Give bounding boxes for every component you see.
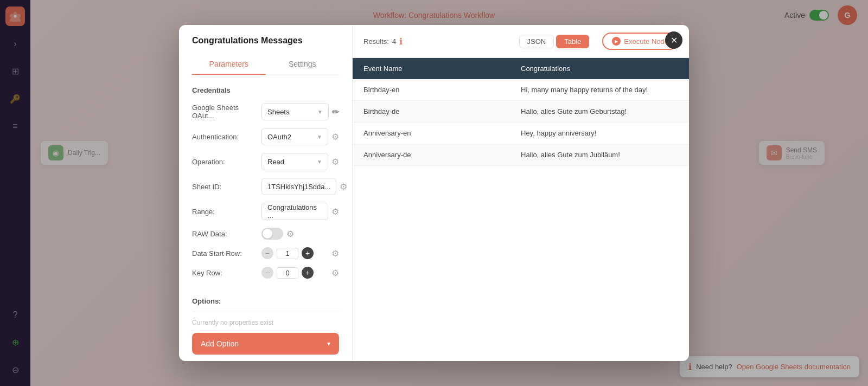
google-sheets-value: Sheets [267, 108, 289, 116]
table-body: Birthday-en Hi, many many happy returns … [353, 79, 689, 166]
data-start-row-control: − + ⚙ [261, 247, 339, 259]
data-start-row-cog-icon[interactable]: ⚙ [331, 248, 339, 259]
panel-title: Congratulations Messages [192, 36, 339, 46]
data-table: Event Name Congratulations Birthday-en H… [353, 58, 689, 361]
json-view-button[interactable]: JSON [519, 35, 554, 48]
raw-data-cog-icon[interactable]: ⚙ [286, 229, 294, 239]
range-cog-icon[interactable]: ⚙ [331, 207, 339, 217]
results-count: 4 [392, 37, 396, 46]
panel-body: Credentials Google Sheets OAut... Sheets… [179, 75, 352, 297]
options-section: Options: Currently no properties exist A… [179, 297, 352, 361]
raw-data-control: ⚙ [261, 228, 339, 240]
authentication-value: OAuth2 [267, 133, 291, 141]
operation-cog-icon[interactable]: ⚙ [331, 157, 339, 167]
cell-congratulations: Hi, many many happy returns of the day! [521, 86, 678, 94]
key-row-cog-icon[interactable]: ⚙ [331, 268, 339, 278]
google-sheets-control: Sheets ▼ ✏ [261, 103, 339, 120]
tab-parameters[interactable]: Parameters [192, 54, 266, 75]
raw-data-row: RAW Data: ⚙ [192, 228, 339, 240]
cell-event-name: Anniversary-en [363, 129, 521, 137]
cell-congratulations: Hallo, alles Gute zum Geburtstag! [521, 107, 678, 115]
left-panel: Congratulations Messages Parameters Sett… [179, 25, 353, 361]
sheet-id-value: 1TSHklsYhj1Sdda... [267, 183, 330, 191]
cell-event-name: Birthday-en [363, 86, 521, 94]
options-placeholder: Currently no properties exist [192, 319, 339, 326]
table-row: Birthday-de Hallo, alles Gute zum Geburt… [353, 101, 689, 123]
modal-close-button[interactable]: ✕ [665, 31, 682, 49]
sheet-id-control: 1TSHklsYhj1Sdda... ⚙ [261, 178, 347, 195]
add-option-button[interactable]: Add Option ▾ [192, 333, 339, 355]
cell-congratulations: Hey, happy anniversary! [521, 129, 678, 137]
modal: ✕ Congratulations Messages Parameters Se… [179, 25, 689, 361]
key-row-stepper: − + [261, 267, 328, 279]
operation-control: Read ▼ ⚙ [261, 153, 339, 170]
right-panel: Results: 4 ℹ JSON Table ▶ Execute Node E… [353, 25, 689, 361]
sheet-id-cog-icon[interactable]: ⚙ [340, 182, 347, 192]
column-event-name: Event Name [363, 65, 521, 73]
options-title: Options: [192, 297, 339, 305]
raw-data-label: RAW Data: [192, 230, 257, 238]
tabs: Parameters Settings [192, 54, 339, 75]
operation-row: Operation: Read ▼ ⚙ [192, 153, 339, 170]
key-row-input[interactable] [277, 267, 298, 279]
table-row: Anniversary-en Hey, happy anniversary! [353, 123, 689, 144]
authentication-select[interactable]: OAuth2 ▼ [261, 128, 328, 145]
authentication-label: Authentication: [192, 133, 257, 141]
key-row-increment[interactable]: + [302, 267, 314, 279]
range-row: Range: Congratulations ... ⚙ [192, 203, 339, 220]
results-text: Results: 4 ℹ [363, 36, 403, 47]
cell-congratulations: Hallo, alles Gute zum Jubiläum! [521, 151, 678, 159]
operation-label: Operation: [192, 158, 257, 166]
google-sheets-row: Google Sheets OAut... Sheets ▼ ✏ [192, 103, 339, 120]
execute-label: Execute Node [624, 37, 668, 46]
data-start-row-row: Data Start Row: − + ⚙ [192, 247, 339, 259]
key-row-control: − + ⚙ [261, 267, 339, 279]
add-option-label: Add Option [201, 339, 239, 348]
results-label: Results: [363, 37, 389, 46]
sheet-id-label: Sheet ID: [192, 183, 257, 191]
key-row-label: Key Row: [192, 269, 257, 277]
sheet-id-input[interactable]: 1TSHklsYhj1Sdda... [261, 178, 336, 195]
range-value: Congratulations ... [267, 203, 322, 220]
results-info-icon: ℹ [399, 36, 403, 47]
table-row: Anniversary-de Hallo, alles Gute zum Jub… [353, 144, 689, 166]
authentication-row: Authentication: OAuth2 ▼ ⚙ [192, 128, 339, 145]
table-header: Event Name Congratulations [353, 58, 689, 79]
table-row: Birthday-en Hi, many many happy returns … [353, 79, 689, 101]
raw-data-toggle[interactable] [261, 228, 283, 240]
operation-value: Read [267, 158, 284, 166]
range-input[interactable]: Congratulations ... [261, 203, 328, 220]
range-label: Range: [192, 208, 257, 216]
modal-overlay: ✕ Congratulations Messages Parameters Se… [0, 0, 868, 386]
data-start-row-increment[interactable]: + [302, 247, 314, 259]
execute-play-icon: ▶ [612, 37, 621, 46]
range-control: Congratulations ... ⚙ [261, 203, 339, 220]
credentials-section-title: Credentials [192, 86, 339, 94]
data-start-row-label: Data Start Row: [192, 249, 257, 258]
google-sheets-select[interactable]: Sheets ▼ [261, 103, 329, 120]
view-toggle: JSON Table [519, 35, 590, 48]
key-row-row: Key Row: − + ⚙ [192, 267, 339, 279]
tab-settings[interactable]: Settings [266, 54, 340, 75]
panel-header: Congratulations Messages Parameters Sett… [179, 25, 352, 75]
results-bar: Results: 4 ℹ JSON Table ▶ Execute Node [353, 25, 689, 58]
cell-event-name: Anniversary-de [363, 151, 521, 159]
column-congratulations: Congratulations [521, 65, 678, 73]
authentication-control: OAuth2 ▼ ⚙ [261, 128, 339, 145]
table-view-button[interactable]: Table [556, 35, 589, 48]
data-start-row-input[interactable] [277, 248, 298, 259]
data-start-row-decrement[interactable]: − [261, 247, 273, 259]
data-start-row-stepper: − + [261, 247, 328, 259]
key-row-decrement[interactable]: − [261, 267, 273, 279]
google-sheets-label: Google Sheets OAut... [192, 104, 257, 120]
google-sheets-edit-icon[interactable]: ✏ [332, 107, 339, 117]
google-sheets-arrow: ▼ [317, 109, 323, 115]
sheet-id-row: Sheet ID: 1TSHklsYhj1Sdda... ⚙ [192, 178, 339, 195]
operation-select[interactable]: Read ▼ [261, 153, 328, 170]
authentication-cog-icon[interactable]: ⚙ [331, 132, 339, 142]
cell-event-name: Birthday-de [363, 107, 521, 115]
add-option-chevron-icon: ▾ [327, 340, 330, 348]
